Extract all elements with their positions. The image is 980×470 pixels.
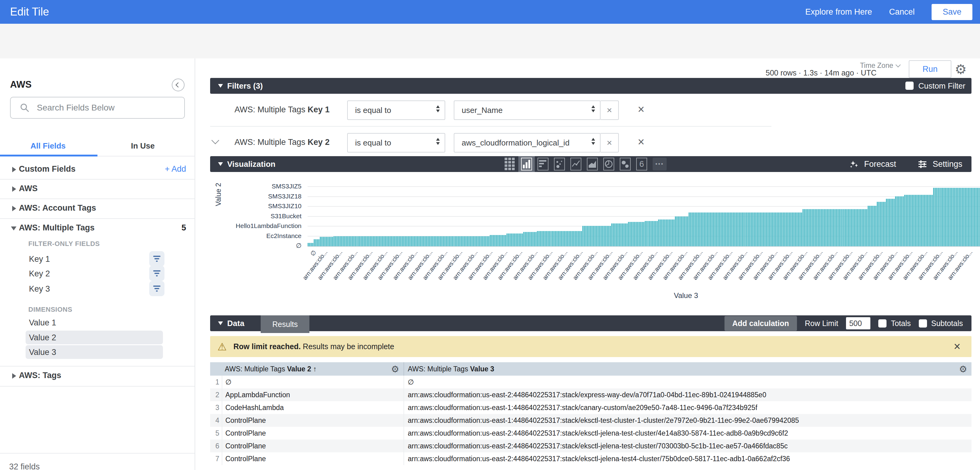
bar[interactable] — [432, 236, 433, 246]
bar[interactable] — [661, 219, 662, 246]
viz-single-value-icon[interactable]: 6 — [633, 156, 650, 172]
bar[interactable] — [449, 236, 450, 246]
bar[interactable] — [772, 213, 773, 246]
bar[interactable] — [851, 209, 852, 246]
bar[interactable] — [517, 233, 518, 246]
bar[interactable] — [763, 213, 764, 246]
bar[interactable] — [725, 213, 726, 246]
bar[interactable] — [871, 206, 872, 246]
bar[interactable] — [974, 188, 975, 246]
visualization-header[interactable]: Visualization — [210, 156, 972, 172]
tab-all-fields[interactable]: All Fields — [30, 141, 66, 151]
save-button[interactable]: Save — [932, 4, 972, 20]
bar[interactable] — [349, 236, 350, 246]
bar[interactable] — [503, 235, 504, 246]
bar[interactable] — [515, 233, 517, 246]
bar[interactable] — [399, 236, 400, 246]
bar[interactable] — [318, 239, 320, 246]
bar[interactable] — [356, 236, 358, 246]
bar[interactable] — [739, 213, 740, 246]
bar[interactable] — [589, 226, 590, 246]
bar[interactable] — [636, 222, 637, 246]
bar[interactable] — [818, 209, 819, 246]
bar[interactable] — [458, 236, 459, 246]
bar[interactable] — [414, 236, 415, 246]
bar[interactable] — [939, 188, 940, 246]
bar[interactable] — [710, 213, 711, 246]
bar[interactable] — [938, 188, 939, 246]
bar[interactable] — [915, 195, 916, 246]
bar[interactable] — [464, 236, 465, 246]
bar[interactable] — [537, 231, 538, 246]
sidebar-item-aws-tags[interactable]: AWS: Tags — [0, 366, 195, 385]
bar[interactable] — [509, 233, 511, 246]
bar[interactable] — [853, 209, 854, 246]
bar[interactable] — [830, 209, 831, 246]
bar[interactable] — [932, 195, 933, 246]
bar[interactable] — [808, 209, 810, 246]
bar[interactable] — [491, 235, 492, 246]
bar[interactable] — [604, 226, 605, 246]
bar[interactable] — [367, 236, 368, 246]
bar[interactable] — [482, 236, 483, 246]
bar[interactable] — [364, 236, 365, 246]
table-row[interactable]: 7ControlPlanearn:aws:cloudformation:us-e… — [210, 453, 972, 465]
bar[interactable] — [969, 188, 970, 246]
bar[interactable] — [926, 195, 927, 246]
cell-value-2[interactable]: ∅ — [222, 376, 404, 388]
bar[interactable] — [456, 236, 457, 246]
bar[interactable] — [467, 236, 468, 246]
filter-operator-select[interactable]: is equal to — [347, 100, 445, 120]
bar[interactable] — [846, 209, 848, 246]
bar[interactable] — [839, 209, 840, 246]
bar[interactable] — [387, 236, 388, 246]
bar[interactable] — [737, 213, 738, 246]
collapse-sidebar-button[interactable] — [172, 79, 185, 91]
bar[interactable] — [764, 213, 765, 246]
bar[interactable] — [624, 224, 625, 246]
bar[interactable] — [760, 213, 761, 246]
bar[interactable] — [390, 236, 391, 246]
bar[interactable] — [561, 231, 562, 246]
settings-button[interactable]: Settings — [917, 159, 963, 169]
bar[interactable] — [968, 188, 969, 246]
bar[interactable] — [780, 213, 781, 246]
bar[interactable] — [374, 236, 375, 246]
bar[interactable] — [505, 235, 506, 246]
bar[interactable] — [552, 231, 553, 246]
bar[interactable] — [696, 213, 697, 246]
bar[interactable] — [675, 216, 676, 246]
bar[interactable] — [397, 236, 398, 246]
bar[interactable] — [532, 232, 533, 246]
bar[interactable] — [865, 209, 866, 246]
bar[interactable] — [531, 232, 532, 246]
bar[interactable] — [945, 188, 946, 246]
filter-icon[interactable] — [149, 266, 164, 281]
bar[interactable] — [651, 221, 652, 246]
bar[interactable] — [642, 222, 643, 246]
bar[interactable] — [529, 232, 530, 246]
bar[interactable] — [652, 221, 653, 246]
bar[interactable] — [411, 236, 412, 246]
bar[interactable] — [810, 209, 811, 246]
bar[interactable] — [903, 196, 904, 246]
bar[interactable] — [746, 213, 747, 246]
bar[interactable] — [471, 236, 473, 246]
bar[interactable] — [711, 213, 713, 246]
filter-operator-select[interactable]: is equal to — [347, 133, 445, 152]
bar[interactable] — [535, 232, 536, 246]
bar[interactable] — [465, 236, 466, 246]
bar[interactable] — [578, 231, 579, 246]
bar[interactable] — [805, 209, 807, 246]
bar[interactable] — [766, 213, 767, 246]
bar[interactable] — [866, 209, 867, 246]
bar[interactable] — [402, 236, 403, 246]
bar[interactable] — [698, 213, 699, 246]
bar[interactable] — [663, 219, 664, 246]
bar[interactable] — [379, 236, 380, 246]
bar[interactable] — [799, 213, 801, 246]
bar[interactable] — [549, 231, 550, 246]
bar[interactable] — [557, 231, 558, 246]
bar[interactable] — [802, 209, 804, 246]
bar[interactable] — [787, 213, 788, 246]
